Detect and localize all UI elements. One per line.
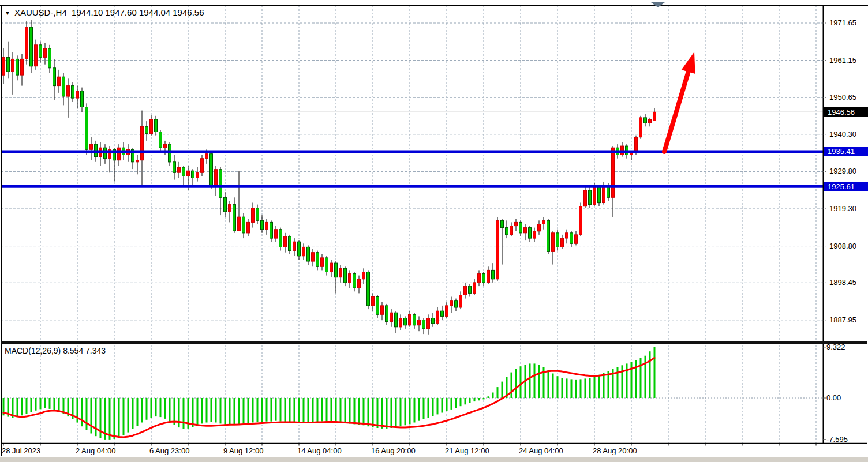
- macd-axis-label: -7.595: [826, 435, 848, 444]
- time-axis-label: 6 Aug 23:00: [149, 446, 189, 455]
- price-axis-label: 1898.45: [829, 278, 856, 287]
- price-axis-label: 1971.65: [829, 18, 856, 27]
- time-axis-label: 2 Aug 04:00: [76, 446, 115, 455]
- price-axis-label: 1908.80: [829, 242, 856, 250]
- price-axis-label: 1887.95: [829, 315, 856, 324]
- time-axis-label: 28 Jul 2023: [2, 446, 40, 455]
- current-price-box: 1946.56: [824, 107, 868, 117]
- symbol-timeframe-label: XAUUSD-,H4: [14, 7, 67, 17]
- time-axis-label: 14 Aug 04:00: [297, 446, 342, 455]
- support-resistance-lines[interactable]: [1, 152, 823, 186]
- macd-axis-label: 9.322: [826, 343, 845, 351]
- ohlc-values: 1944.10 1947.60 1944.04 1946.56: [72, 7, 204, 17]
- chart-plot-area[interactable]: [0, 0, 868, 462]
- time-axis-label: 28 Aug 20:00: [593, 446, 637, 455]
- level-price-box: 1935.41: [824, 147, 868, 156]
- macd-axis-label: 0.00: [826, 393, 841, 402]
- price-axis-label: 1950.65: [829, 93, 856, 102]
- symbol-dropdown-icon: ▼: [5, 10, 10, 16]
- trend-arrow[interactable]: [664, 52, 695, 152]
- bottom-strip: [0, 457, 868, 462]
- time-axis-label: 21 Aug 12:00: [445, 446, 489, 455]
- price-axis-label: 1940.30: [829, 130, 856, 138]
- level-price-box: 1925.61: [824, 182, 868, 191]
- price-axis-label: 1919.30: [829, 204, 856, 213]
- time-axis-label: 16 Aug 20:00: [371, 446, 416, 455]
- macd-indicator-label: MACD(12,26,9) 8.554 7.343: [5, 346, 106, 355]
- price-axis-label: 1961.15: [829, 56, 856, 65]
- time-axis-label: 9 Aug 12:00: [223, 446, 263, 455]
- price-axis-label: 1929.80: [829, 167, 856, 175]
- trading-chart-window: ▼XAUUSD-,H4 1944.10 1947.60 1944.04 1946…: [0, 0, 868, 462]
- time-axis-label: 24 Aug 04:00: [519, 446, 563, 455]
- symbol-ohlc-header: ▼XAUUSD-,H4 1944.10 1947.60 1944.04 1946…: [5, 7, 204, 17]
